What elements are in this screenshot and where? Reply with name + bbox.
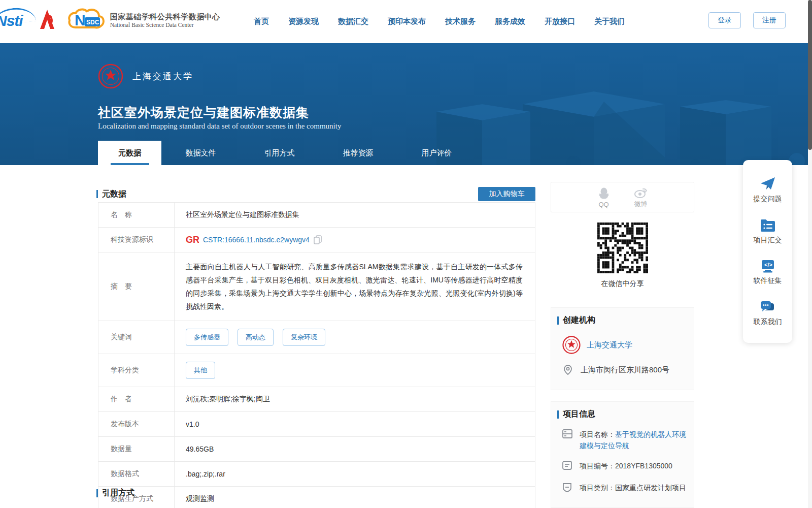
float-project-submission-label: 项目汇交	[754, 236, 782, 245]
creator-org-address: 上海市闵行区东川路800号	[581, 365, 669, 375]
project-type-text: 项目类别：国家重点研发计划项目	[580, 482, 686, 495]
keyword-tag[interactable]: 复杂环境	[283, 329, 325, 346]
nav-preprint[interactable]: 预印本发布	[388, 17, 426, 26]
row-label-format: 数据格式	[98, 462, 175, 486]
location-pin-icon	[562, 364, 573, 375]
cstr-link[interactable]: CSTR:16666.11.nbsdc.e2wywgv4	[203, 236, 310, 244]
project-name-text: 项目名称：基于视觉的机器人环境建模与定位导航	[580, 429, 688, 451]
row-value-version: v1.0	[175, 412, 535, 436]
creator-org-link[interactable]: 上海交通大学	[587, 340, 632, 350]
nav-service-results[interactable]: 服务成效	[495, 17, 525, 26]
table-row: 关键词 多传感器 高动态 复杂环境	[98, 321, 535, 354]
red-flame-logo-icon	[37, 9, 57, 31]
wechat-qr-code	[597, 223, 648, 273]
row-value-cstr: GR CSTR:16666.11.nbsdc.e2wywgv4	[175, 228, 535, 252]
table-row: 摘 要 主要面向自主机器人与人工智能研究、高质量多传感器SLAM数据集需求建设，…	[98, 252, 535, 321]
row-value-size: 49.65GB	[175, 437, 535, 461]
project-card-icon	[562, 429, 572, 438]
nav-home[interactable]: 首页	[254, 17, 269, 26]
row-label-abstract: 摘 要	[98, 252, 175, 321]
register-button[interactable]: 注册	[753, 12, 786, 28]
row-label-authors: 作 者	[98, 387, 175, 411]
top-header: Nsti N SDC 国家基础学科公共科学数据中心 National Basic…	[0, 0, 812, 43]
main-nav: 首页 资源发现 数据汇交 预印本发布 技术服务 服务成效 开放接口 关于我们	[254, 0, 625, 43]
float-contact-us[interactable]: 联系我们	[754, 300, 782, 327]
table-row: 数据生产方式 观测监测	[98, 487, 535, 508]
sjtu-seal-icon	[98, 64, 123, 89]
section-accent-bar	[96, 190, 98, 198]
project-type-row: 项目类别：国家重点研发计划项目	[562, 482, 688, 495]
tab-metadata[interactable]: 元数据	[98, 141, 161, 165]
nsdc-cloud-icon: N SDC	[66, 7, 106, 33]
row-label-cstr: 科技资源标识	[98, 228, 175, 252]
svg-text:</>: </>	[764, 262, 772, 268]
copy-icon[interactable]	[314, 235, 322, 244]
section-accent-bar	[557, 410, 559, 419]
login-button[interactable]: 登录	[708, 12, 741, 28]
folder-list-icon	[760, 218, 776, 233]
tab-data-files[interactable]: 数据文件	[161, 141, 240, 165]
scrollbar-thumb[interactable]	[808, 0, 812, 150]
project-info-title: 项目信息	[563, 409, 595, 420]
share-weibo[interactable]: 微博	[634, 185, 648, 209]
nsti-logo: Nsti	[0, 8, 28, 31]
tab-citation[interactable]: 引用方式	[240, 141, 319, 165]
qq-icon	[597, 186, 611, 200]
creator-org-address-row: 上海市闵行区东川路800号	[562, 364, 694, 375]
metadata-section-title: 元数据	[102, 189, 126, 200]
dataset-tabs: 元数据 数据文件 引用方式 推荐资源 用户评价	[98, 141, 476, 165]
nav-open-api[interactable]: 开放接口	[545, 17, 575, 26]
table-row: 作 者 刘沅秩;秦明辉;徐宇枫;陶卫	[98, 387, 535, 412]
banner-org-name: 上海交通大学	[132, 71, 193, 82]
nsdc-logo: N SDC 国家基础学科公共科学数据中心 National Basic Scie…	[66, 7, 220, 33]
row-value-abstract: 主要面向自主机器人与人工智能研究、高质量多传感器SLAM数据集需求建设，基于自主…	[175, 252, 535, 321]
project-shield-icon	[562, 483, 572, 492]
chat-bubbles-icon	[760, 300, 776, 314]
subject-tag[interactable]: 其他	[186, 362, 215, 379]
project-type-value: 国家重点研发计划项目	[615, 484, 686, 492]
table-row: 名 称 社区室外场景定位与建图标准数据集	[98, 203, 535, 228]
cstr-icon: GR	[186, 235, 199, 244]
project-code-text: 项目编号：2018YFB1305000	[580, 460, 672, 473]
hero-banner: 上海交通大学 社区室外场景定位与建图标准数据集 Localization and…	[0, 43, 812, 165]
creator-org-title: 创建机构	[563, 315, 595, 326]
nav-tech-service[interactable]: 技术服务	[445, 17, 476, 26]
project-info-box: 项目信息 项目名称：基于视觉的机器人环境建模与定位导航	[551, 401, 694, 508]
page: Nsti N SDC 国家基础学科公共科学数据中心 National Basic…	[0, 0, 812, 508]
table-row: 发布版本 v1.0	[98, 412, 535, 437]
creator-org-row: 上海交通大学	[562, 336, 694, 354]
wechat-share-caption: 在微信中分享	[551, 279, 694, 289]
row-label-name: 名 称	[98, 203, 175, 227]
sjtu-seal-small-icon	[562, 336, 581, 354]
float-contact-us-label: 联系我们	[754, 318, 782, 327]
svg-text:GR: GR	[186, 235, 199, 244]
weibo-icon	[634, 185, 648, 199]
nav-data-submission[interactable]: 数据汇交	[338, 17, 368, 26]
citation-section-title: 引用方式	[102, 488, 134, 498]
project-name-label: 项目名称：	[580, 430, 615, 438]
row-label-version: 发布版本	[98, 412, 175, 436]
keyword-tag[interactable]: 多传感器	[186, 329, 228, 346]
share-qq[interactable]: QQ	[597, 186, 611, 208]
project-type-label: 项目类别：	[580, 484, 615, 492]
share-weibo-label: 微博	[634, 200, 648, 209]
nav-about-us[interactable]: 关于我们	[594, 17, 625, 26]
dataset-title: 社区室外场景定位与建图标准数据集	[98, 104, 309, 121]
nav-resource-discovery[interactable]: 资源发现	[288, 17, 319, 26]
float-project-submission[interactable]: 项目汇交	[754, 218, 782, 245]
table-row: 数据格式 .bag;.zip;.rar	[98, 462, 535, 487]
float-submit-question[interactable]: 提交问题	[754, 176, 782, 204]
row-value-subject: 其他	[175, 354, 535, 387]
add-to-cart-button[interactable]: 加入购物车	[478, 187, 535, 201]
tab-user-reviews[interactable]: 用户评价	[397, 141, 476, 165]
wechat-share-block: 在微信中分享	[551, 223, 694, 289]
citation-section-header: 引用方式	[96, 488, 134, 498]
table-row: 学科分类 其他	[98, 354, 535, 387]
nsti-swoosh-icon	[0, 6, 36, 26]
float-submit-question-label: 提交问题	[754, 195, 782, 204]
tab-recommended[interactable]: 推荐资源	[319, 141, 397, 165]
float-software-collection-label: 软件征集	[754, 276, 782, 285]
row-value-name: 社区室外场景定位与建图标准数据集	[175, 203, 535, 227]
keyword-tag[interactable]: 高动态	[238, 329, 274, 346]
float-software-collection[interactable]: </> 软件征集	[754, 259, 782, 285]
